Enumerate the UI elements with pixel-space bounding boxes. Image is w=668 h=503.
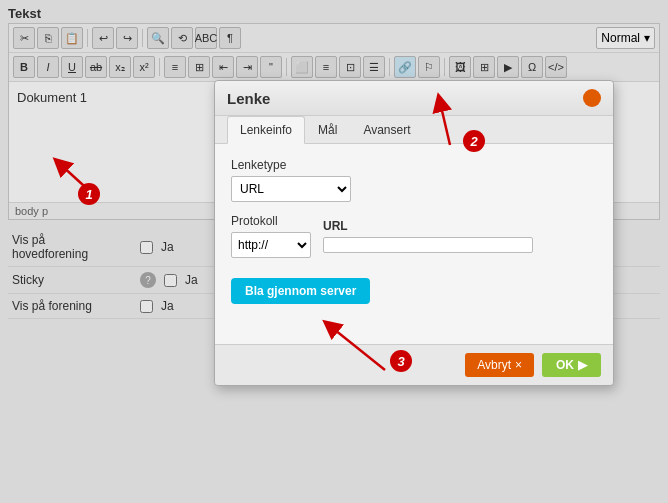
url-group: URL [323, 219, 597, 253]
tab-lenkeinfo[interactable]: Lenkeinfo [227, 116, 305, 144]
modal-footer: Avbryt × OK ▶ [215, 344, 613, 385]
modal-close-button[interactable] [583, 89, 601, 107]
inline-form: Protokoll http:// URL [231, 214, 597, 258]
browse-server-button[interactable]: Bla gjennom server [231, 278, 370, 304]
link-type-label: Lenketype [231, 158, 597, 172]
modal-overlay: Lenke Lenkeinfo Mål Avansert Lenketype U… [0, 0, 668, 503]
form-group-url: Protokoll http:// URL [231, 214, 597, 258]
tab-maal[interactable]: Mål [305, 116, 350, 143]
protocol-select[interactable]: http:// [231, 232, 311, 258]
modal-body: Lenketype URL Protokoll http:// [215, 144, 613, 344]
cancel-label: Avbryt [477, 358, 511, 372]
form-group-linktype: Lenketype URL [231, 158, 597, 202]
tab-avansert[interactable]: Avansert [350, 116, 423, 143]
cancel-icon: × [515, 358, 522, 372]
link-type-select[interactable]: URL [231, 176, 351, 202]
protocol-group: Protokoll http:// [231, 214, 311, 258]
modal-dialog: Lenke Lenkeinfo Mål Avansert Lenketype U… [214, 80, 614, 386]
ok-label: OK [556, 358, 574, 372]
modal-title: Lenke [227, 90, 270, 107]
protocol-label: Protokoll [231, 214, 311, 228]
ok-button[interactable]: OK ▶ [542, 353, 601, 377]
ok-icon: ▶ [578, 358, 587, 372]
cancel-button[interactable]: Avbryt × [465, 353, 534, 377]
url-input[interactable] [323, 237, 533, 253]
modal-titlebar: Lenke [215, 81, 613, 116]
modal-tabs-container: Lenkeinfo Mål Avansert [215, 116, 613, 144]
url-label: URL [323, 219, 597, 233]
